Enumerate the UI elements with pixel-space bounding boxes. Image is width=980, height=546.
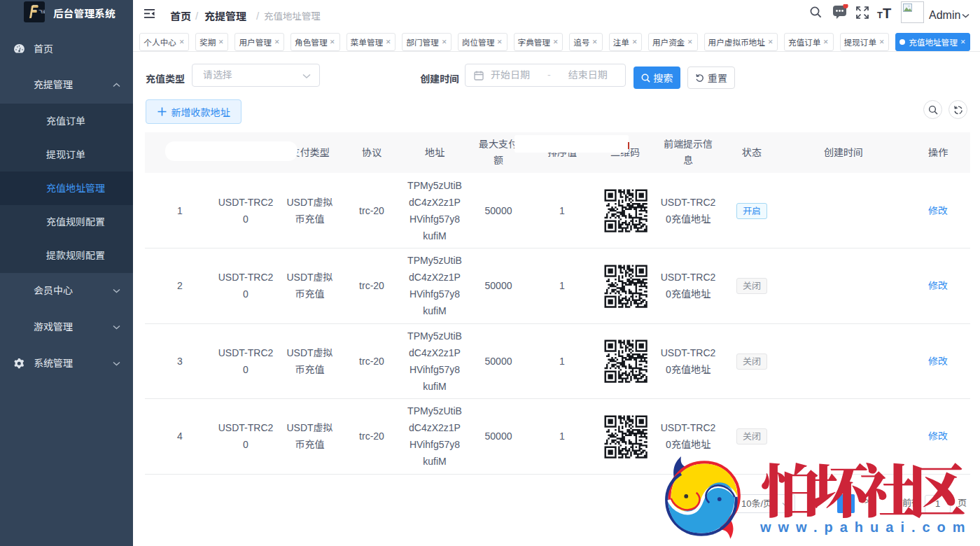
svg-text:飞速: 飞速 [38, 8, 45, 15]
